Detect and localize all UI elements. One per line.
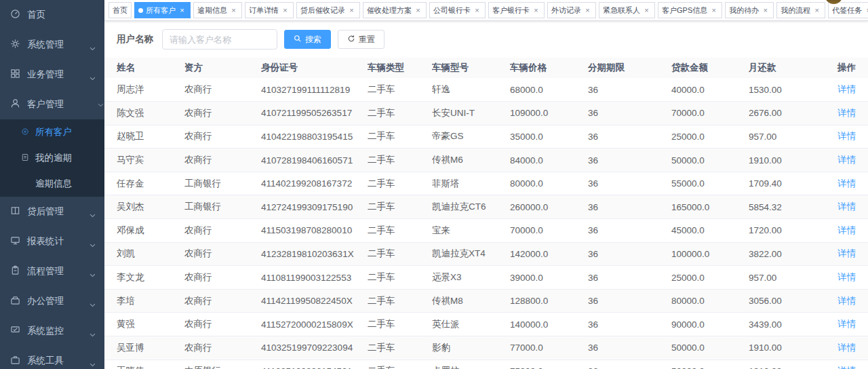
table-cell: 二手车 [368,195,432,219]
table-cell: 36 [588,125,671,149]
tab-item-2[interactable]: 逾期信息× [193,2,242,18]
table-row[interactable]: 任存金工商银行411402199208167372二手车菲斯塔80000.036… [104,172,868,195]
table-cell: 二手车 [368,266,432,290]
sidebar-subitem-2[interactable]: 逾期信息 [0,171,104,197]
detail-link[interactable]: 详情 [837,319,856,329]
close-icon[interactable]: × [229,6,238,15]
table-cell: 帝豪GS [432,125,510,149]
reset-button[interactable]: 重置 [338,30,384,49]
table-row[interactable]: 陈文强农商行410721199505263517二手车长安UNI-T109000… [104,102,868,125]
detail-link[interactable]: 详情 [837,201,856,212]
close-icon[interactable]: × [281,6,290,15]
tab-item-0[interactable]: 首页 [108,2,132,18]
tab-item-7[interactable]: 客户银行卡× [488,2,545,18]
close-icon[interactable]: × [473,6,481,15]
table-row[interactable]: 王晓伟中原银行411325199306154521二手车卡罗拉75000.036… [104,360,868,369]
sidebar-item-9[interactable]: 系统工具 [0,346,104,369]
close-icon[interactable]: × [864,6,868,15]
sidebar-item-0[interactable]: 首页 [0,0,104,30]
table-cell: 412724199309175190 [261,195,368,219]
table-cell: 二手车 [368,172,432,195]
table-cell: 1910.00 [749,149,827,172]
overdue-doc-icon [21,153,35,163]
detail-link[interactable]: 详情 [837,366,856,369]
tab-item-8[interactable]: 外访记录× [547,2,596,18]
table-row[interactable]: 吴亚博农商行410325199709223094二手车影豹77000.03650… [104,336,868,360]
detail-link[interactable]: 详情 [837,131,856,141]
table-cell: 80000.0 [671,289,749,313]
detail-link[interactable]: 详情 [837,178,856,189]
report-icon [10,235,27,248]
sidebar-item-7[interactable]: 办公管理 [0,286,104,316]
tab-item-5[interactable]: 催收处理方案× [363,2,427,18]
tab-item-6[interactable]: 公司银行卡× [429,2,486,18]
sidebar-subitem-1[interactable]: 我的逾期 [0,145,104,171]
sidebar-item-4[interactable]: 贷后管理 [0,197,104,227]
detail-link[interactable]: 详情 [837,84,856,94]
sidebar-item-2[interactable]: 业务管理 [0,60,104,90]
table-cell: 36 [588,172,671,195]
tab-item-12[interactable]: 我的流程× [776,2,825,18]
close-icon[interactable]: × [812,6,821,15]
table-cell: 农商行 [184,125,261,149]
close-icon[interactable]: × [414,6,422,15]
dashboard-icon [10,9,27,21]
tab-item-4[interactable]: 贷后催收记录× [296,2,360,18]
detail-link[interactable]: 详情 [837,248,856,258]
table-row[interactable]: 李文龙农商行411081199003122553二手车远景X339000.036… [104,266,868,290]
table-cell: 农商行 [184,313,261,336]
sidebar-item-3[interactable]: 客户管理 [0,90,104,119]
table-cell: 二手车 [368,125,432,149]
table-row[interactable]: 马守宾农商行410728198406160571二手车传祺M684000.036… [104,149,868,172]
close-icon[interactable]: × [642,6,651,15]
detail-link[interactable]: 详情 [837,108,856,118]
table-cell: 农商行 [184,242,261,266]
table-cell: 55000.0 [671,172,749,195]
office-icon [10,295,27,307]
tab-item-11[interactable]: 我的待办× [725,2,774,18]
table-cell: 远景X3 [432,266,510,290]
tab-item-10[interactable]: 客户GPS信息× [658,2,722,18]
tab-label: 紧急联系人 [603,5,640,16]
table-cell: 2676.00 [749,102,827,125]
sidebar-subitem-0[interactable]: 所有客户 [0,119,104,145]
tab-label: 公司银行卡 [433,5,471,16]
sidebar-item-5[interactable]: 报表统计 [0,227,104,256]
table-cell: 二手车 [368,149,432,172]
gear-icon [10,39,27,51]
close-icon[interactable]: × [761,6,770,15]
table-row[interactable]: 邓保成农商行411503198708280010二手车宝来70000.03645… [104,219,868,243]
close-icon[interactable]: × [532,6,540,15]
column-header: 车辆类型 [368,58,432,78]
close-icon[interactable]: × [709,6,718,15]
detail-link[interactable]: 详情 [837,155,856,165]
tab-item-13[interactable]: 代签任务× [828,2,868,18]
search-button[interactable]: 搜索 [284,30,331,49]
customer-name-input[interactable] [162,29,277,50]
table-cell: 吴刘杰 [104,195,184,219]
close-icon[interactable]: × [178,6,186,15]
table-row[interactable]: 黄强农商行41152720000215809X二手车英仕派140000.0369… [104,313,868,336]
sidebar-item-1[interactable]: 系统管理 [0,30,104,60]
table-row[interactable]: 赵晓卫农商行410422198803195415二手车帝豪GS35000.036… [104,125,868,149]
close-icon[interactable]: × [347,6,356,15]
tab-item-3[interactable]: 订单详情× [245,2,294,18]
sidebar-item-8[interactable]: 系统监控 [0,316,104,346]
table-cell: 传祺M6 [432,149,510,172]
sidebar-item-6[interactable]: 流程管理 [0,256,104,286]
sidebar-submenu: 所有客户我的逾期逾期信息 [0,119,104,197]
detail-link[interactable]: 详情 [837,225,856,235]
table-row[interactable]: 李培农商行41142119950822450X二手车传祺M8128800.036… [104,289,868,313]
table-row[interactable]: 周志洋农商行410327199111112819二手车轩逸68000.03640… [104,78,868,102]
table-cell: 二手车 [368,242,432,266]
table-row[interactable]: 吴刘杰工商银行412724199309175190二手车凯迪拉克CT626000… [104,195,868,219]
chevron-up-icon [89,101,96,109]
detail-link[interactable]: 详情 [837,343,856,353]
table-cell: 84000.0 [510,149,588,172]
table-row[interactable]: 刘凯农商行41232819810203631X二手车凯迪拉克XT4142000.… [104,242,868,266]
detail-link[interactable]: 详情 [837,296,856,306]
close-icon[interactable]: × [583,6,592,15]
tab-item-9[interactable]: 紧急联系人× [599,2,655,18]
tab-item-1[interactable]: 所有客户× [134,2,191,18]
detail-link[interactable]: 详情 [837,272,856,282]
